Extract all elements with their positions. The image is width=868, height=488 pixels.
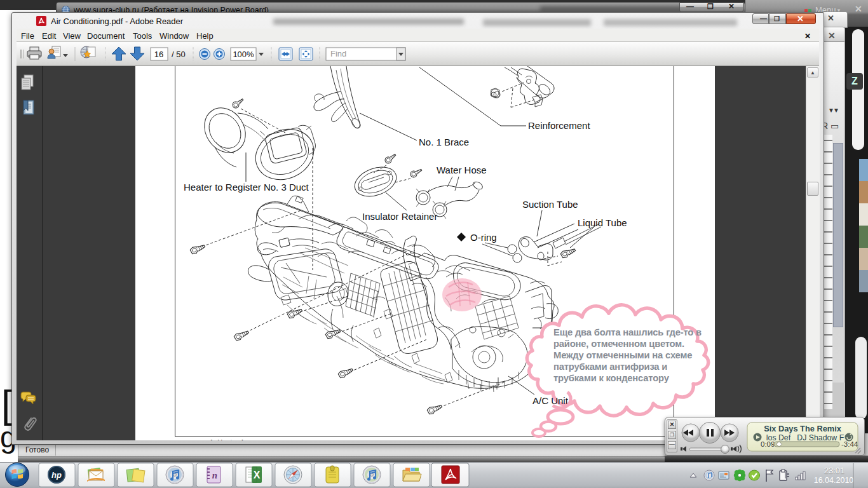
svg-text:Suction Tube: Suction Tube bbox=[522, 199, 578, 210]
svg-text:No. 1 Brace: No. 1 Brace bbox=[419, 137, 469, 147]
svg-text:районе, отмеченном цветом.: районе, отмеченном цветом. bbox=[553, 339, 684, 349]
svg-text:O-ring: O-ring bbox=[470, 232, 497, 243]
svg-text:n: n bbox=[212, 470, 217, 480]
svg-text:0:09: 0:09 bbox=[761, 440, 775, 448]
svg-text:Insulator Retainer: Insulator Retainer bbox=[362, 211, 437, 222]
svg-text:X: X bbox=[254, 470, 261, 480]
svg-text:патрубками антифриза и: патрубками антифриза и bbox=[553, 362, 667, 372]
svg-text:/ 50: / 50 bbox=[172, 50, 186, 59]
svg-text:Water Hose: Water Hose bbox=[437, 165, 487, 175]
svg-text:23:01: 23:01 bbox=[824, 466, 845, 475]
svg-text:трубками к конденсатору: трубками к конденсатору bbox=[553, 373, 670, 383]
svg-text:1. Heater Assy: 1. Heater Assy bbox=[210, 438, 255, 440]
svg-text:Reinforcement: Reinforcement bbox=[528, 120, 590, 131]
svg-text:Six Days The Remix: Six Days The Remix bbox=[764, 424, 842, 433]
svg-text:Heater to Register No. 3 Duct: Heater to Register No. 3 Duct bbox=[184, 182, 309, 193]
svg-text:16.04.2010: 16.04.2010 bbox=[814, 476, 854, 485]
svg-text:Find: Find bbox=[330, 49, 346, 58]
svg-text:Еще два болта нашлись где-то в: Еще два болта нашлись где-то в bbox=[553, 327, 702, 337]
svg-text:hp: hp bbox=[51, 470, 62, 480]
svg-text:-3:44: -3:44 bbox=[841, 440, 858, 448]
svg-text:Liquid Tube: Liquid Tube bbox=[578, 217, 627, 228]
svg-text:A/C Unit: A/C Unit bbox=[532, 395, 569, 406]
svg-text:16: 16 bbox=[154, 50, 163, 59]
svg-text:100%: 100% bbox=[233, 50, 254, 59]
svg-text:los Def DJ Shadow F: los Def DJ Shadow F bbox=[766, 433, 844, 442]
svg-text:Между отмеченными на схеме: Между отмеченными на схеме bbox=[553, 350, 692, 360]
